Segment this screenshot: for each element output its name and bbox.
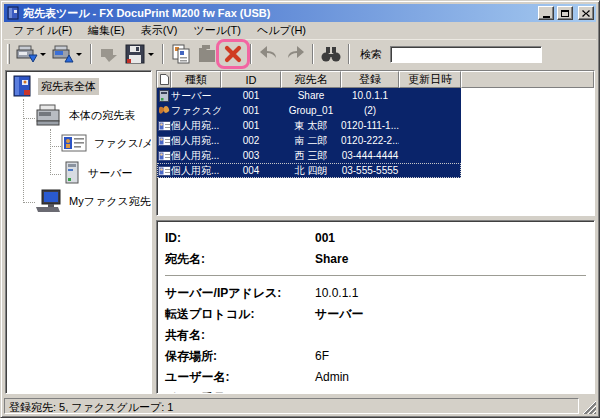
redo-icon (285, 46, 305, 62)
list-row[interactable]: 個人用宛... 001 東 太郎 0120-111-1... (157, 118, 461, 133)
undo-icon (259, 46, 279, 62)
menu-help[interactable]: ヘルプ(H) (249, 22, 314, 39)
send-icon (99, 45, 119, 63)
detail-row-user-name: ユーザー名: Admin (165, 367, 586, 388)
detail-value: Admin (315, 367, 586, 388)
delete-button[interactable] (220, 42, 246, 66)
fax-group-icon (158, 105, 170, 116)
export-to-device-icon (52, 44, 74, 64)
column-header-icon[interactable] (157, 71, 171, 88)
binoculars-icon (321, 46, 341, 62)
minimize-button[interactable] (538, 6, 554, 20)
redo-button[interactable] (282, 42, 308, 66)
tree-item-label: Myファクス宛先表 (66, 193, 152, 210)
tree-connector-line (50, 146, 61, 147)
dropdown-arrow-icon[interactable] (148, 53, 154, 56)
tree-item-label: サーバー (85, 165, 136, 182)
copy-button[interactable] (168, 42, 194, 66)
menu-tools[interactable]: ツール(T) (185, 22, 249, 39)
close-button[interactable] (578, 6, 594, 20)
toolbar-grip[interactable] (7, 44, 10, 64)
tree-item-label: 宛先表全体 (38, 78, 99, 95)
resize-grip-icon[interactable] (581, 398, 596, 414)
mfp-icon (34, 103, 62, 128)
detail-label: 保存場所: (165, 346, 315, 367)
cell-type: 個人用宛... (171, 134, 221, 148)
server-icon (63, 161, 81, 185)
undo-button[interactable] (256, 42, 282, 66)
save-icon (125, 44, 145, 64)
status-text: 登録宛先: 5, ファクスグループ: 1 (4, 398, 579, 414)
send-button[interactable] (96, 42, 122, 66)
column-header-id[interactable]: ID (221, 71, 281, 88)
maximize-button[interactable] (557, 6, 573, 20)
menu-edit[interactable]: 編集(E) (80, 22, 133, 39)
list-row[interactable]: サーバー 001 Share 10.0.1.1 (157, 88, 461, 103)
column-header-name[interactable]: 宛先名 (281, 71, 341, 88)
detail-row-name: 宛先名: Share (165, 249, 586, 270)
cell-registration: 03-555-5555 (341, 165, 399, 176)
window-title: 宛先表ツール - FX DocuPrint M200 fw Fax (USB) (23, 6, 535, 21)
export-to-device-button[interactable] (50, 42, 76, 66)
menu-file[interactable]: ファイル(F) (5, 22, 80, 39)
maximize-icon (561, 10, 569, 17)
cell-type: 個人用宛... (171, 149, 221, 163)
address-list-panel: 種類 ID 宛先名 登録 更新日時 サーバー 001 Share 10.0.1.… (156, 70, 595, 216)
minimize-icon (543, 16, 550, 18)
document-icon (160, 74, 169, 85)
tree-item-server[interactable]: サーバー (63, 161, 136, 185)
dropdown-arrow-icon[interactable] (40, 53, 46, 56)
status-bar: 登録宛先: 5, ファクスグループ: 1 (4, 398, 596, 414)
tree-item-label: 本体の宛先表 (66, 107, 138, 124)
address-book-icon (10, 74, 34, 98)
tree-item-device-address-book[interactable]: 本体の宛先表 (34, 103, 138, 128)
cell-registration: 0120-111-1... (341, 120, 399, 131)
server-icon (159, 90, 169, 102)
cell-registration: (2) (341, 105, 399, 116)
detail-value: 21 (315, 388, 586, 394)
close-icon (582, 10, 590, 17)
list-header: 種類 ID 宛先名 登録 更新日時 (157, 71, 594, 88)
cell-id: 001 (221, 90, 281, 101)
detail-row-share-name: 共有名: (165, 325, 586, 346)
fax-mail-card-icon (61, 133, 87, 153)
list-row[interactable]: 個人用宛... 002 南 二郎 0120-222-2... (157, 133, 461, 148)
cell-type: 個人用宛... (171, 119, 221, 133)
list-row[interactable]: 個人用宛... 004 北 四朗 03-555-5555 (157, 163, 461, 178)
save-button[interactable] (122, 42, 148, 66)
find-button[interactable] (318, 42, 344, 66)
detail-value: Share (315, 249, 586, 270)
person-card-icon (158, 151, 171, 161)
column-header-updated[interactable]: 更新日時 (399, 71, 461, 88)
import-from-device-icon (16, 44, 38, 64)
toolbar-separator (90, 44, 92, 64)
column-header-type[interactable]: 種類 (171, 71, 221, 88)
import-from-device-button[interactable] (14, 42, 40, 66)
paste-icon (197, 44, 217, 64)
menu-view[interactable]: 表示(V) (133, 22, 186, 39)
dropdown-arrow-icon[interactable] (76, 53, 82, 56)
tree-item-my-fax-address-book[interactable]: Myファクス宛先表 (34, 189, 152, 213)
address-tree-panel: 宛先表全体 本体の宛先表 (5, 70, 152, 394)
cell-type: 個人用宛... (171, 164, 221, 178)
cell-id: 001 (221, 120, 281, 131)
cell-id: 001 (221, 105, 281, 116)
cell-name: 西 三郎 (281, 149, 341, 163)
search-input[interactable] (390, 46, 542, 63)
tree-connector-line (50, 129, 51, 175)
paste-button[interactable] (194, 42, 220, 66)
detail-row-id: ID: 001 (165, 228, 586, 249)
main-area: 宛先表全体 本体の宛先表 (4, 68, 596, 395)
list-row[interactable]: 個人用宛... 003 西 三郎 03-444-4444 (157, 148, 461, 163)
detail-value: サーバー (315, 304, 586, 325)
cell-id: 004 (221, 165, 281, 176)
detail-separator (165, 275, 586, 277)
person-card-icon (158, 121, 171, 131)
tree-item-fax-mail[interactable]: ファクス/メール (61, 133, 152, 153)
column-header-registration[interactable]: 登録 (341, 71, 399, 88)
toolbar-separator (250, 44, 252, 64)
person-card-icon (158, 166, 171, 176)
detail-row-server-ip: サーバー/IPアドレス: 10.0.1.1 (165, 283, 586, 304)
tree-item-all-address-books[interactable]: 宛先表全体 (10, 74, 99, 98)
list-row[interactable]: ファクスグ... 001 Group_01 (2) (157, 103, 461, 118)
